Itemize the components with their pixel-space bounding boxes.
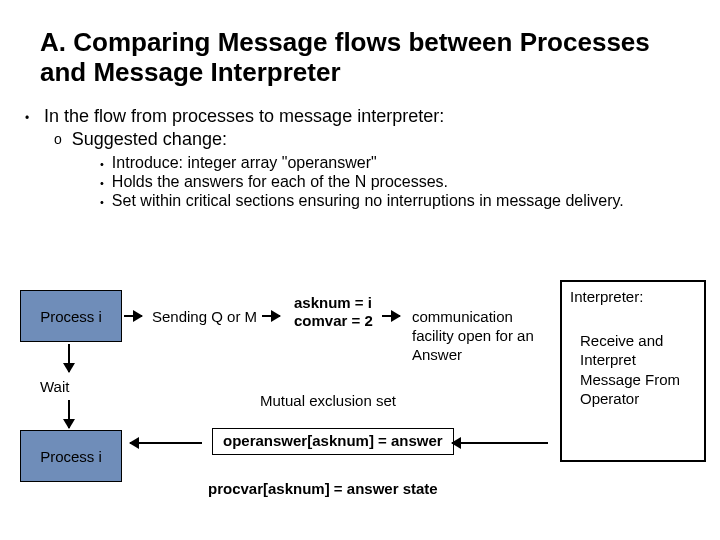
sub-bullet-b: • Holds the answers for each of the N pr… [100, 173, 690, 191]
bullet-item-1: • In the flow from processes to message … [20, 106, 700, 127]
sub-bullet-list: • Introduce: integer array "operanswer" … [0, 150, 720, 210]
bullet-dot-icon: • [100, 173, 104, 191]
bullet-dot-icon: • [100, 154, 104, 172]
procvar-label: procvar[asknum] = answer state [208, 480, 438, 499]
arrow-right-icon [382, 315, 400, 317]
sub-bullet-a: • Introduce: integer array "operanswer" [100, 154, 690, 172]
assign-comvar: comvar = 2 [294, 312, 373, 331]
process-i-bottom-label: Process i [40, 448, 102, 465]
bullet-dot-icon: • [20, 106, 34, 127]
sub-a-text: Introduce: integer array "operanswer" [112, 154, 377, 172]
arrow-right-icon [124, 315, 142, 317]
sending-label: Sending Q or M [152, 308, 257, 327]
process-i-top-box: Process i [20, 290, 122, 342]
bullet-list: • In the flow from processes to message … [0, 96, 720, 150]
arrow-left-icon [130, 442, 202, 444]
bullet-1-text: In the flow from processes to message in… [44, 106, 444, 127]
bullet-item-2: o Suggested change: [54, 129, 700, 150]
process-i-bottom-box: Process i [20, 430, 122, 482]
arrow-down-icon [68, 400, 70, 428]
interpreter-body: Receive and Interpret Message From Opera… [570, 331, 696, 409]
interpreter-box: Interpreter: Receive and Interpret Messa… [560, 280, 706, 462]
wait-label: Wait [40, 378, 69, 395]
process-i-top-label: Process i [40, 308, 102, 325]
bullet-dot-icon: • [100, 192, 104, 210]
sub-c-text: Set within critical sections ensuring no… [112, 192, 624, 210]
mutex-label: Mutual exclusion set [260, 392, 396, 411]
flow-diagram: Process i Wait Process i Sending Q or M … [0, 280, 720, 540]
interpreter-title: Interpreter: [570, 287, 696, 307]
assign-asknum: asknum = i [294, 294, 372, 313]
arrow-right-icon [262, 315, 280, 317]
operanswer-box: operanswer[asknum] = answer [212, 428, 454, 455]
arrow-left-icon [452, 442, 548, 444]
comm-facility-label: communication facility open for an Answe… [412, 308, 542, 364]
sub-bullet-c: • Set within critical sections ensuring … [100, 192, 690, 210]
sub-b-text: Holds the answers for each of the N proc… [112, 173, 448, 191]
bullet-2-text: Suggested change: [72, 129, 227, 150]
arrow-down-icon [68, 344, 70, 372]
slide-title: A. Comparing Message flows between Proce… [0, 0, 720, 96]
bullet-circle-icon: o [54, 129, 62, 150]
